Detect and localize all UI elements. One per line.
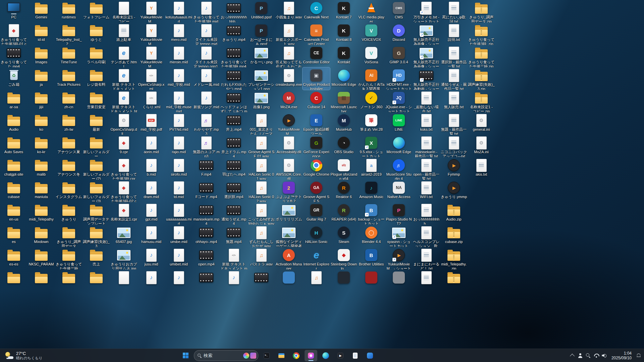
desktop-icon[interactable] (385, 269, 413, 292)
desktop-icon[interactable]: 新しいフォルダー (2) (83, 157, 110, 180)
desktop-icon[interactable] (55, 269, 83, 292)
desktop-icon[interactable]: きゅうり_調声用データ (55, 225, 83, 247)
desktop-icon[interactable]: CCubase 14 (303, 90, 330, 112)
desktop-icon[interactable]: ◆Steinberg Downlo... (330, 247, 358, 269)
desktop-icon[interactable]: manisekarin.mp4 (193, 202, 220, 225)
desktop-icon[interactable]: 最新 (83, 112, 110, 135)
desktop-icon[interactable]: akis.txt (468, 157, 495, 180)
desktop-icon[interactable]: Google Chrome (303, 157, 330, 180)
desktop-icon[interactable]: </>新規 テキスト ドキュメント.musicxml (220, 247, 248, 269)
desktop-icon[interactable]: 調声用データテンプレート (83, 202, 110, 225)
desktop-icon[interactable]: アナウンス夏 (55, 135, 83, 157)
desktop-icon[interactable]: 新しいフォルダー (83, 135, 110, 157)
desktop-icon[interactable]: ♪meroin.mid (165, 45, 193, 67)
desktop-icon[interactable]: ↗syasinn - ショートカット (385, 225, 413, 247)
desktop-icon[interactable] (440, 269, 468, 292)
desktop-icon[interactable]: zh-tw (55, 112, 83, 135)
desktop-icon[interactable]: open.mp4 (193, 247, 220, 269)
desktop-icon[interactable]: おっhhhhhhhhhhhh... (220, 0, 248, 22)
desktop-icon[interactable]: jijii (28, 90, 55, 112)
desktop-icon[interactable]: Fコード.mp4 (193, 180, 220, 202)
taskbar-media-player-button[interactable] (334, 350, 347, 361)
desktop-icon[interactable]: ♫ (303, 269, 330, 292)
desktop-icon[interactable]: ラベル印刷 (83, 45, 110, 67)
desktop-icon[interactable]: Microsoft Edge (330, 67, 358, 90)
desktop-icon[interactable]: 売上 (83, 247, 110, 269)
desktop-icon[interactable]: GAGroove Agent SE 5 (303, 180, 330, 202)
tray-chevron-up-button[interactable] (568, 350, 576, 361)
desktop-icon[interactable]: </>OpenCvSharp.xml (138, 67, 165, 90)
clock[interactable]: 1:04 2025/09/10 (609, 351, 634, 360)
desktop-icon[interactable]: 名称未設定1 - コピー.zip (468, 90, 495, 112)
desktop-icon[interactable]: ♪mid_学校.mid (165, 67, 193, 90)
desktop-icon[interactable] (193, 269, 220, 292)
desktop-icon[interactable]: ♫001_東北きりたん（ノーマル）_今じゃ... (248, 112, 275, 135)
desktop-icon[interactable]: ≡Cakewalk Product Center (303, 22, 330, 45)
desktop-icon[interactable]: ↗無人販売不正行為画像 - ショートカッ... (413, 22, 440, 45)
desktop-icon[interactable]: CMSCMS (385, 0, 413, 22)
desktop-icon[interactable]: RReaktor 6 (330, 180, 358, 202)
desktop-icon[interactable]: ↗万引きメモ.txt - ショートカット (413, 0, 440, 22)
desktop-icon[interactable]: Audio.zip (440, 202, 468, 225)
taskbar-terminal-button[interactable] (260, 350, 273, 361)
desktop-icon[interactable]: zh-cn (55, 90, 83, 112)
desktop-icon[interactable]: PPiapro Studio NT2 (385, 202, 413, 225)
desktop-icon[interactable]: ⚙MoZA.ini (468, 135, 495, 157)
desktop-icon[interactable]: 画像1.png (248, 90, 275, 112)
desktop-icon[interactable]: PUntitled.ppsf (248, 0, 275, 22)
desktop-icon[interactable]: ja (28, 67, 55, 90)
desktop-icon[interactable]: open - 親作品一覧.txt (413, 157, 440, 180)
desktop-background[interactable]: PCGeminiruntimesフォトフレーム名称未設定1 - コピーYYukk… (0, 0, 644, 362)
desktop-icon[interactable]: ♪umibe.mid (165, 225, 193, 247)
desktop-icon[interactable]: CEController Editor (303, 45, 330, 67)
desktop-icon[interactable]: DDiscord (385, 22, 413, 45)
desktop-icon[interactable]: 筆筆まめ Ver.28 (358, 112, 385, 135)
desktop-icon[interactable]: Pおーばーまにあ.ppsf (248, 22, 275, 45)
desktop-icon[interactable]: ♪mero.mid (165, 22, 193, 45)
desktop-icon[interactable]: KKontakt (330, 45, 358, 67)
desktop-icon[interactable]: ♪rajio.mid (165, 135, 193, 157)
desktop-icon[interactable] (28, 269, 55, 292)
desktop-icon[interactable]: ↗無人販売不正行為動画 - ショートカット (413, 67, 440, 90)
desktop-icon[interactable]: midi_Telepathy (28, 202, 55, 225)
desktop-icon[interactable]: manisekarin - 親作品一覧.txt (413, 135, 440, 157)
desktop-icon[interactable]: ♪dram.mid (138, 180, 165, 202)
desktop-icon[interactable]: きゅうり食ってた午後3時 .zip (468, 22, 495, 45)
desktop-icon[interactable]: ▶YukkuriMovieM... (275, 112, 303, 135)
desktop-icon[interactable]: WIFI.txt (413, 180, 440, 202)
desktop-icon[interactable]: ♪メドレー風.mid (193, 67, 220, 90)
desktop-icon[interactable]: ko (28, 112, 55, 135)
desktop-icon[interactable]: アナウンス冬 (55, 157, 83, 180)
tray-magnifier-button[interactable] (584, 350, 592, 361)
desktop-icon[interactable]: ⚙general.ini (468, 112, 495, 135)
desktop-icon[interactable]: 羽ばたへ.mp4 (220, 157, 248, 180)
taskbar-chrome-button[interactable] (290, 350, 303, 361)
desktop-icon[interactable]: ⚙AWSSDK.Core.dll (275, 157, 303, 180)
desktop-icon[interactable]: Microsoft Edge (385, 135, 413, 157)
desktop-icon[interactable]: SSteam (330, 225, 358, 247)
desktop-icon[interactable]: ◔OBS Studio (330, 135, 358, 157)
desktop-icon[interactable]: _起動しない場合.txt (413, 90, 440, 112)
desktop-icon[interactable]: ♬MuseScore Studio 4 (385, 157, 413, 180)
desktop-icon[interactable]: Telepathy_Inst_2... (55, 22, 83, 45)
tray-person-button[interactable] (576, 350, 584, 361)
desktop-icon[interactable]: 新しいフォルダー (3) (83, 180, 110, 202)
desktop-icon[interactable]: HD↗HDDFMT.exe - ショートカット (385, 67, 413, 90)
desktop-icon[interactable]: chatgpt-site (0, 157, 28, 180)
desktop-icon[interactable]: ポリリリリズム (275, 202, 303, 225)
desktop-icon[interactable]: ♪ (138, 269, 165, 292)
desktop-icon[interactable]: NANative Access (385, 180, 413, 202)
desktop-icon[interactable]: BBrother Utilities (358, 247, 385, 269)
taskbar-file-explorer-button[interactable] (275, 350, 288, 361)
weather-widget[interactable]: 27°C 晴れのちくもり (1, 350, 46, 361)
desktop-icon[interactable]: 営業日変更 (83, 90, 110, 112)
notification-button[interactable] (635, 350, 643, 361)
desktop-icon[interactable]: cubase (0, 180, 28, 202)
desktop-icon[interactable]: 選択肢.mp4 (220, 180, 248, 202)
desktop-icon[interactable]: AIかんたん！AITalk 3 関西風 (358, 67, 385, 90)
desktop-icon[interactable]: eテンポあて.html (110, 45, 138, 67)
desktop-icon[interactable]: YYukkuriMovieM... (138, 22, 165, 45)
desktop-icon[interactable]: Images (28, 45, 55, 67)
desktop-icon[interactable]: YYukkuriMovieM... (138, 45, 165, 67)
desktop-icon[interactable]: NKSC_PARAM (28, 247, 55, 269)
